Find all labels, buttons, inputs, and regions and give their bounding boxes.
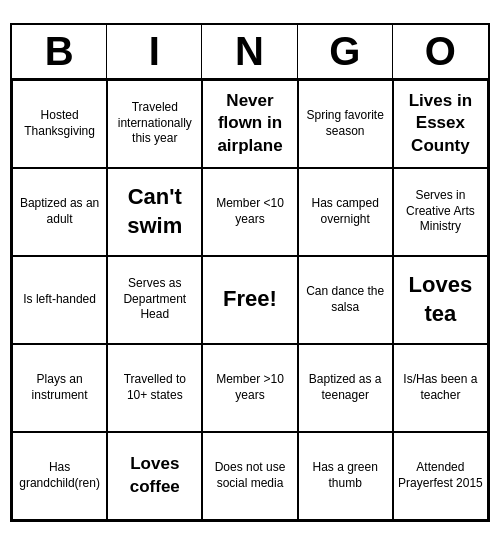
- bingo-cell-21[interactable]: Loves coffee: [107, 432, 202, 520]
- bingo-cell-24[interactable]: Attended Prayerfest 2015: [393, 432, 488, 520]
- bingo-cell-17[interactable]: Member >10 years: [202, 344, 297, 432]
- bingo-cell-12[interactable]: Free!: [202, 256, 297, 344]
- bingo-letter-g: G: [298, 25, 393, 78]
- bingo-cell-16[interactable]: Travelled to 10+ states: [107, 344, 202, 432]
- bingo-cell-13[interactable]: Can dance the salsa: [298, 256, 393, 344]
- bingo-letter-o: O: [393, 25, 488, 78]
- bingo-cell-23[interactable]: Has a green thumb: [298, 432, 393, 520]
- bingo-card: BINGO Hosted ThanksgivingTraveled intern…: [10, 23, 490, 522]
- bingo-cell-19[interactable]: Is/Has been a teacher: [393, 344, 488, 432]
- bingo-cell-4[interactable]: Lives in Essex County: [393, 80, 488, 168]
- bingo-cell-3[interactable]: Spring favorite season: [298, 80, 393, 168]
- bingo-letter-i: I: [107, 25, 202, 78]
- bingo-cell-9[interactable]: Serves in Creative Arts Ministry: [393, 168, 488, 256]
- bingo-cell-20[interactable]: Has grandchild(ren): [12, 432, 107, 520]
- bingo-cell-10[interactable]: Is left-handed: [12, 256, 107, 344]
- bingo-letter-b: B: [12, 25, 107, 78]
- bingo-cell-1[interactable]: Traveled internationally this year: [107, 80, 202, 168]
- bingo-cell-2[interactable]: Never flown in airplane: [202, 80, 297, 168]
- bingo-letter-n: N: [202, 25, 297, 78]
- bingo-cell-14[interactable]: Loves tea: [393, 256, 488, 344]
- bingo-cell-15[interactable]: Plays an instrument: [12, 344, 107, 432]
- bingo-cell-8[interactable]: Has camped overnight: [298, 168, 393, 256]
- bingo-cell-0[interactable]: Hosted Thanksgiving: [12, 80, 107, 168]
- bingo-grid: Hosted ThanksgivingTraveled internationa…: [12, 80, 488, 520]
- bingo-cell-7[interactable]: Member <10 years: [202, 168, 297, 256]
- bingo-cell-18[interactable]: Baptized as a teenager: [298, 344, 393, 432]
- bingo-cell-6[interactable]: Can't swim: [107, 168, 202, 256]
- bingo-cell-22[interactable]: Does not use social media: [202, 432, 297, 520]
- bingo-cell-11[interactable]: Serves as Department Head: [107, 256, 202, 344]
- bingo-header: BINGO: [12, 25, 488, 80]
- bingo-cell-5[interactable]: Baptized as an adult: [12, 168, 107, 256]
